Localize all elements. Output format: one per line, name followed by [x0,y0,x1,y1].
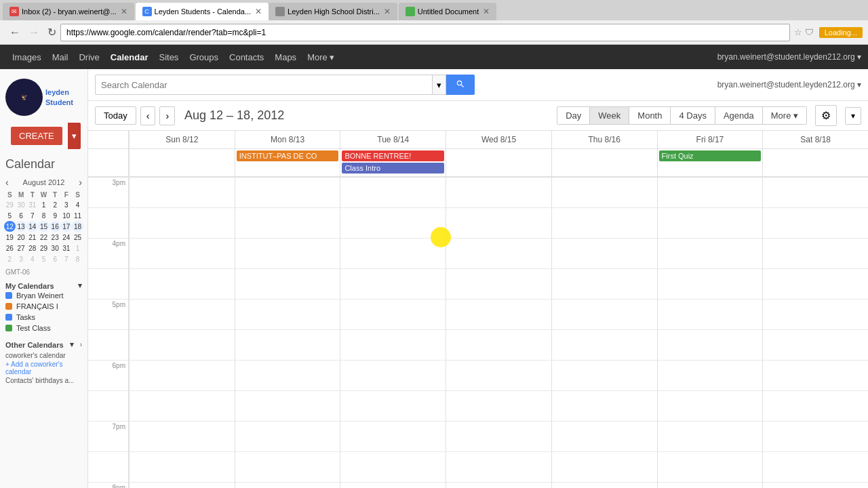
time-cell-r1-c5[interactable] [657,208,763,239]
time-cell-r7-c3[interactable] [446,391,551,422]
search-dropdown-button[interactable]: ▾ [433,75,446,95]
bookmark-icon[interactable]: ☆ [794,27,802,37]
time-cell-r6-c0[interactable] [129,361,235,391]
mini-cal-day[interactable]: 12 [4,221,16,232]
mini-cal-day[interactable]: 23 [50,232,61,243]
mini-cal-prev[interactable]: ‹ [4,177,10,188]
time-cell-r5-c6[interactable] [762,330,868,361]
address-input[interactable] [60,24,790,41]
time-cell-r0-c1[interactable] [235,178,340,208]
time-cell-r4-c4[interactable] [551,300,657,330]
forward-button[interactable]: → [24,25,43,40]
create-dropdown-button[interactable]: ▾ [68,123,81,149]
mini-cal-day[interactable]: 15 [38,221,50,232]
time-cell-r3-c0[interactable] [129,269,235,300]
nav-sites[interactable]: Sites [153,52,184,62]
time-cell-r8-c1[interactable] [235,422,340,452]
time-cell-r4-c5[interactable] [657,300,763,330]
mini-cal-day[interactable]: 28 [26,243,38,253]
mini-cal-day[interactable]: 8 [38,210,50,221]
time-cell-r3-c2[interactable] [340,269,446,300]
time-cell-r2-c4[interactable] [551,239,657,269]
time-cell-r8-c6[interactable] [762,422,868,452]
view-day-button[interactable]: Day [557,107,590,124]
search-button[interactable] [446,75,475,95]
time-cell-r8-c0[interactable] [129,422,235,452]
time-cell-r1-c1[interactable] [235,208,340,239]
mini-cal-day[interactable]: 27 [16,243,27,253]
mini-cal-day[interactable]: 2 [50,199,61,210]
time-cell-r5-c1[interactable] [235,330,340,361]
settings-button[interactable]: ⚙ [815,105,837,126]
reload-button[interactable]: ↻ [43,24,60,40]
time-cell-r6-c1[interactable] [235,361,340,391]
time-cell-r5-c2[interactable] [340,330,446,361]
time-cell-r5-c3[interactable] [446,330,551,361]
time-cell-r10-c2[interactable] [340,483,446,488]
other-calendars-header[interactable]: Other Calendars ▾ › [5,340,82,349]
time-cell-r0-c0[interactable] [129,178,235,208]
settings-dropdown-button[interactable]: ▾ [845,107,861,125]
time-cell-r2-c6[interactable] [762,239,868,269]
mini-cal-day[interactable]: 31 [61,243,73,253]
mini-cal-day[interactable]: 26 [4,243,16,253]
mini-cal-day[interactable]: 20 [16,232,27,243]
mini-cal-day[interactable]: 7 [26,210,38,221]
mini-cal-day[interactable]: 30 [50,243,61,253]
user-account[interactable]: bryan.weinert@student.leyden212.org ▾ [717,52,861,62]
view-agenda-button[interactable]: Agenda [715,107,763,124]
today-button[interactable]: Today [95,106,136,125]
tab-close-calendar[interactable]: ✕ [255,7,262,16]
mini-cal-day[interactable]: 6 [50,253,61,264]
nav-drive[interactable]: Drive [73,52,104,62]
nav-images[interactable]: Images [7,52,47,62]
mini-cal-day[interactable]: 25 [72,232,83,243]
time-cell-r9-c6[interactable] [762,452,868,483]
tab-inbox[interactable]: ✉ Inbox (2) - bryan.weinert@... ✕ [3,3,134,20]
view-more-button[interactable]: More ▾ [763,107,806,124]
time-cell-r2-c2[interactable] [340,239,446,269]
prev-period-button[interactable]: ‹ [140,106,156,125]
mini-cal-day[interactable]: 7 [61,253,73,264]
time-cell-r3-c1[interactable] [235,269,340,300]
mini-cal-day[interactable]: 30 [16,199,27,210]
time-cell-r9-c5[interactable] [657,452,763,483]
mini-cal-day[interactable]: 1 [72,243,83,253]
time-cell-r10-c5[interactable] [657,483,763,488]
nav-maps[interactable]: Maps [269,52,302,62]
time-cell-r4-c2[interactable] [340,300,446,330]
time-cell-r1-c4[interactable] [551,208,657,239]
time-cell-r9-c2[interactable] [340,452,446,483]
time-cell-r9-c0[interactable] [129,452,235,483]
mini-cal-day[interactable]: 10 [61,210,73,221]
event-institut[interactable]: INSTITUT–PAS DE CO [237,150,339,161]
time-cell-r2-c3[interactable] [446,239,551,269]
nav-mail[interactable]: Mail [47,52,74,62]
time-cell-r8-c5[interactable] [657,422,763,452]
time-cell-r3-c4[interactable] [551,269,657,300]
tab-close-school[interactable]: ✕ [384,7,391,16]
time-cell-r4-c3[interactable] [446,300,551,330]
time-cell-r1-c6[interactable] [762,208,868,239]
mini-cal-day[interactable]: 16 [50,221,61,232]
time-cell-r0-c4[interactable] [551,178,657,208]
tab-close-inbox[interactable]: ✕ [121,7,127,16]
time-cell-r3-c5[interactable] [657,269,763,300]
event-class-intro[interactable]: Class Intro [342,163,444,174]
time-cell-r1-c3[interactable] [446,208,551,239]
time-cell-r7-c4[interactable] [551,391,657,422]
cal-bryan-weinert[interactable]: Bryan Weinert [5,290,82,301]
time-cell-r5-c0[interactable] [129,330,235,361]
cal-test-class[interactable]: Test Class [5,323,82,333]
mini-cal-day[interactable]: 19 [4,232,16,243]
time-cell-r8-c4[interactable] [551,422,657,452]
back-button[interactable]: ← [5,25,24,40]
view-week-button[interactable]: Week [590,107,629,124]
time-cell-r2-c0[interactable] [129,239,235,269]
mini-cal-day[interactable]: 18 [72,221,83,232]
time-cell-r0-c5[interactable] [657,178,763,208]
time-cell-r7-c0[interactable] [129,391,235,422]
time-cell-r3-c6[interactable] [762,269,868,300]
time-cell-r10-c0[interactable] [129,483,235,488]
time-cell-r2-c5[interactable] [657,239,763,269]
